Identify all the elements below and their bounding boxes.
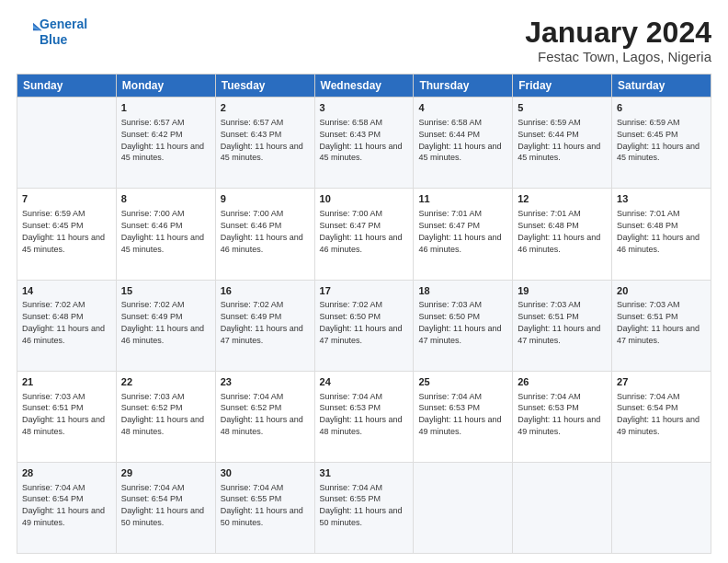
table-row: 6Sunrise: 6:59 AMSunset: 6:45 PMDaylight… bbox=[612, 98, 711, 189]
day-info: Sunrise: 7:04 AMSunset: 6:53 PMDaylight:… bbox=[518, 392, 600, 436]
day-info: Sunrise: 7:03 AMSunset: 6:51 PMDaylight:… bbox=[22, 392, 105, 436]
day-number: 20 bbox=[617, 284, 706, 298]
day-info: Sunrise: 6:59 AMSunset: 6:45 PMDaylight:… bbox=[617, 118, 700, 162]
table-row: 11Sunrise: 7:01 AMSunset: 6:47 PMDayligh… bbox=[414, 189, 513, 280]
day-info: Sunrise: 7:00 AMSunset: 6:47 PMDaylight:… bbox=[320, 209, 403, 253]
col-monday: Monday bbox=[116, 75, 215, 98]
table-row: 26Sunrise: 7:04 AMSunset: 6:53 PMDayligh… bbox=[513, 371, 612, 462]
table-row: 3Sunrise: 6:58 AMSunset: 6:43 PMDaylight… bbox=[314, 98, 414, 189]
table-row: 25Sunrise: 7:04 AMSunset: 6:53 PMDayligh… bbox=[414, 371, 513, 462]
day-number: 11 bbox=[418, 192, 507, 206]
table-row: 17Sunrise: 7:02 AMSunset: 6:50 PMDayligh… bbox=[314, 280, 414, 371]
day-info: Sunrise: 7:00 AMSunset: 6:46 PMDaylight:… bbox=[121, 209, 204, 253]
table-row: 27Sunrise: 7:04 AMSunset: 6:54 PMDayligh… bbox=[612, 371, 711, 462]
day-info: Sunrise: 7:02 AMSunset: 6:49 PMDaylight:… bbox=[221, 300, 303, 344]
day-info: Sunrise: 7:00 AMSunset: 6:46 PMDaylight:… bbox=[221, 209, 303, 253]
day-number: 2 bbox=[221, 101, 310, 115]
table-row: 24Sunrise: 7:04 AMSunset: 6:53 PMDayligh… bbox=[314, 371, 414, 462]
day-number: 31 bbox=[320, 466, 409, 480]
logo-text: GeneralBlue bbox=[40, 17, 87, 48]
logo: GeneralBlue bbox=[17, 17, 87, 48]
day-number: 23 bbox=[221, 375, 310, 389]
col-friday: Friday bbox=[513, 75, 612, 98]
day-number: 26 bbox=[518, 375, 607, 389]
day-info: Sunrise: 7:03 AMSunset: 6:52 PMDaylight:… bbox=[121, 392, 204, 436]
day-info: Sunrise: 7:03 AMSunset: 6:50 PMDaylight:… bbox=[418, 300, 501, 344]
day-info: Sunrise: 7:04 AMSunset: 6:54 PMDaylight:… bbox=[121, 483, 204, 527]
table-row: 13Sunrise: 7:01 AMSunset: 6:48 PMDayligh… bbox=[612, 189, 711, 280]
calendar-table: Sunday Monday Tuesday Wednesday Thursday… bbox=[17, 74, 711, 554]
table-row: 9Sunrise: 7:00 AMSunset: 6:46 PMDaylight… bbox=[215, 189, 314, 280]
table-row: 23Sunrise: 7:04 AMSunset: 6:52 PMDayligh… bbox=[215, 371, 314, 462]
table-row: 4Sunrise: 6:58 AMSunset: 6:44 PMDaylight… bbox=[414, 98, 513, 189]
day-info: Sunrise: 7:04 AMSunset: 6:52 PMDaylight:… bbox=[221, 392, 303, 436]
table-row: 22Sunrise: 7:03 AMSunset: 6:52 PMDayligh… bbox=[116, 371, 215, 462]
col-tuesday: Tuesday bbox=[215, 75, 314, 98]
day-number: 28 bbox=[22, 466, 111, 480]
page: GeneralBlue January 2024 Festac Town, La… bbox=[0, 0, 728, 563]
day-number: 15 bbox=[121, 284, 210, 298]
table-row: 18Sunrise: 7:03 AMSunset: 6:50 PMDayligh… bbox=[414, 280, 513, 371]
table-row: 31Sunrise: 7:04 AMSunset: 6:55 PMDayligh… bbox=[314, 462, 414, 553]
table-row: 30Sunrise: 7:04 AMSunset: 6:55 PMDayligh… bbox=[215, 462, 314, 553]
col-saturday: Saturday bbox=[612, 75, 711, 98]
table-row: 28Sunrise: 7:04 AMSunset: 6:54 PMDayligh… bbox=[17, 462, 117, 553]
day-info: Sunrise: 6:58 AMSunset: 6:44 PMDaylight:… bbox=[418, 118, 501, 162]
day-info: Sunrise: 7:02 AMSunset: 6:50 PMDaylight:… bbox=[320, 300, 403, 344]
calendar-week-row: 7Sunrise: 6:59 AMSunset: 6:45 PMDaylight… bbox=[17, 189, 711, 280]
table-row: 15Sunrise: 7:02 AMSunset: 6:49 PMDayligh… bbox=[116, 280, 215, 371]
table-row: 29Sunrise: 7:04 AMSunset: 6:54 PMDayligh… bbox=[116, 462, 215, 553]
table-row: 21Sunrise: 7:03 AMSunset: 6:51 PMDayligh… bbox=[17, 371, 117, 462]
day-info: Sunrise: 7:03 AMSunset: 6:51 PMDaylight:… bbox=[617, 300, 700, 344]
day-number: 29 bbox=[121, 466, 210, 480]
day-number: 3 bbox=[320, 101, 409, 115]
header: GeneralBlue January 2024 Festac Town, La… bbox=[17, 17, 711, 64]
day-number: 12 bbox=[518, 192, 607, 206]
page-title: January 2024 bbox=[525, 17, 711, 49]
table-row: 5Sunrise: 6:59 AMSunset: 6:44 PMDaylight… bbox=[513, 98, 612, 189]
table-row bbox=[612, 462, 711, 553]
table-row: 1Sunrise: 6:57 AMSunset: 6:42 PMDaylight… bbox=[116, 98, 215, 189]
table-row: 20Sunrise: 7:03 AMSunset: 6:51 PMDayligh… bbox=[612, 280, 711, 371]
day-number: 8 bbox=[121, 192, 210, 206]
day-info: Sunrise: 7:04 AMSunset: 6:54 PMDaylight:… bbox=[22, 483, 105, 527]
title-block: January 2024 Festac Town, Lagos, Nigeria bbox=[525, 17, 711, 64]
day-info: Sunrise: 7:01 AMSunset: 6:48 PMDaylight:… bbox=[518, 209, 600, 253]
table-row bbox=[513, 462, 612, 553]
day-number: 30 bbox=[221, 466, 310, 480]
table-row: 8Sunrise: 7:00 AMSunset: 6:46 PMDaylight… bbox=[116, 189, 215, 280]
day-number: 24 bbox=[320, 375, 409, 389]
day-info: Sunrise: 7:04 AMSunset: 6:53 PMDaylight:… bbox=[418, 392, 501, 436]
calendar-week-row: 14Sunrise: 7:02 AMSunset: 6:48 PMDayligh… bbox=[17, 280, 711, 371]
table-row bbox=[414, 462, 513, 553]
day-number: 18 bbox=[418, 284, 507, 298]
day-number: 9 bbox=[221, 192, 310, 206]
day-number: 19 bbox=[518, 284, 607, 298]
table-row: 14Sunrise: 7:02 AMSunset: 6:48 PMDayligh… bbox=[17, 280, 117, 371]
table-row: 19Sunrise: 7:03 AMSunset: 6:51 PMDayligh… bbox=[513, 280, 612, 371]
day-number: 22 bbox=[121, 375, 210, 389]
day-number: 27 bbox=[617, 375, 706, 389]
day-number: 7 bbox=[22, 192, 111, 206]
table-row: 12Sunrise: 7:01 AMSunset: 6:48 PMDayligh… bbox=[513, 189, 612, 280]
table-row: 7Sunrise: 6:59 AMSunset: 6:45 PMDaylight… bbox=[17, 189, 117, 280]
table-row: 2Sunrise: 6:57 AMSunset: 6:43 PMDaylight… bbox=[215, 98, 314, 189]
col-thursday: Thursday bbox=[414, 75, 513, 98]
day-info: Sunrise: 7:03 AMSunset: 6:51 PMDaylight:… bbox=[518, 300, 600, 344]
col-wednesday: Wednesday bbox=[314, 75, 414, 98]
day-number: 21 bbox=[22, 375, 111, 389]
calendar-week-row: 28Sunrise: 7:04 AMSunset: 6:54 PMDayligh… bbox=[17, 462, 711, 553]
day-number: 13 bbox=[617, 192, 706, 206]
day-number: 1 bbox=[121, 101, 210, 115]
day-info: Sunrise: 7:04 AMSunset: 6:55 PMDaylight:… bbox=[320, 483, 403, 527]
day-info: Sunrise: 7:04 AMSunset: 6:54 PMDaylight:… bbox=[617, 392, 700, 436]
day-number: 6 bbox=[617, 101, 706, 115]
day-info: Sunrise: 6:57 AMSunset: 6:42 PMDaylight:… bbox=[121, 118, 204, 162]
col-sunday: Sunday bbox=[17, 75, 117, 98]
table-row: 10Sunrise: 7:00 AMSunset: 6:47 PMDayligh… bbox=[314, 189, 414, 280]
day-info: Sunrise: 6:58 AMSunset: 6:43 PMDaylight:… bbox=[320, 118, 403, 162]
day-number: 10 bbox=[320, 192, 409, 206]
day-number: 14 bbox=[22, 284, 111, 298]
day-info: Sunrise: 7:04 AMSunset: 6:53 PMDaylight:… bbox=[320, 392, 403, 436]
day-number: 5 bbox=[518, 101, 607, 115]
